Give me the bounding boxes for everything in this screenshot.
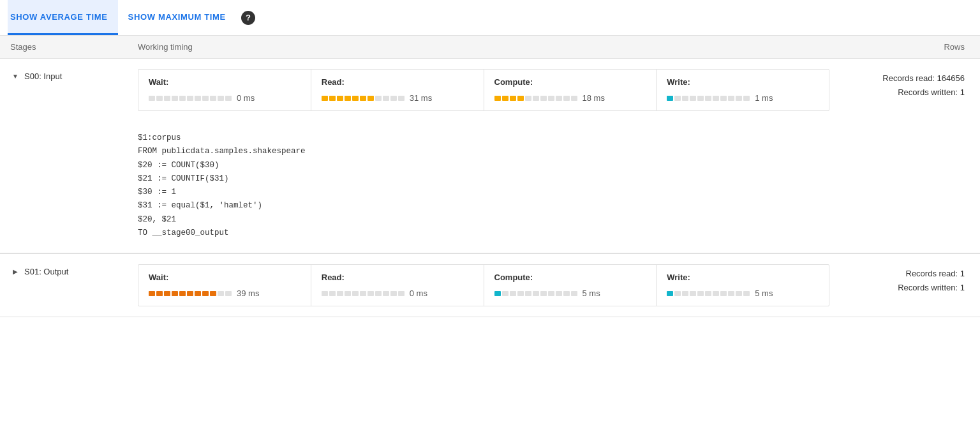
stage-s01-read-label: Read: xyxy=(322,273,473,282)
tab-avg-label: SHOW AVERAGE TIME xyxy=(10,12,108,22)
stage-s01-write-cell: Write: 5 ms xyxy=(657,265,829,306)
stage-s00-rows: Records read: 164656 Records written: 1 xyxy=(829,69,970,100)
stage-s00-code: $1:corpus FROM publicdata.samples.shakes… xyxy=(0,121,980,253)
code-line-2: FROM publicdata.samples.shakespeare xyxy=(138,145,970,158)
stage-s00-read-label: Read: xyxy=(322,77,473,87)
stage-s01-compute-value: 5 ms xyxy=(583,288,600,298)
stage-s00: ▼ S00: Input Wait: 0 ms Read: xyxy=(0,59,980,254)
stage-s01-records-read: Records read: 1 xyxy=(840,267,965,281)
stage-s00-name: S00: Input xyxy=(24,71,62,81)
stage-s00-write-value: 1 ms xyxy=(755,93,773,103)
stage-s00-read-track xyxy=(322,96,405,101)
stage-s01-compute-label: Compute: xyxy=(494,273,646,282)
stage-s01-compute-track xyxy=(494,291,577,296)
stage-s00-records-read: Records read: 164656 xyxy=(840,71,965,86)
tab-bar: SHOW AVERAGE TIME SHOW MAXIMUM TIME ? xyxy=(0,0,980,36)
stage-s01-wait-value: 39 ms xyxy=(237,288,259,298)
stage-s00-wait-value: 0 ms xyxy=(237,93,255,103)
stage-s01-compute-bar: 5 ms xyxy=(494,288,646,298)
stage-s00-compute-bar: 18 ms xyxy=(494,93,646,103)
stage-s01-rows: Records read: 1 Records written: 1 xyxy=(829,264,970,295)
code-line-7: $20, $21 xyxy=(138,213,970,227)
stage-s00-compute-cell: Compute: 18 ms xyxy=(484,70,657,110)
code-line-1: $1:corpus xyxy=(138,131,970,145)
stage-s00-wait-cell: Wait: 0 ms xyxy=(138,70,311,110)
stage-s00-read-cell: Read: 31 ms xyxy=(311,70,484,110)
stage-s01-write-bar: 5 ms xyxy=(667,288,819,298)
col-stages-header: Stages xyxy=(10,42,138,52)
stage-s00-records-written: Records written: 1 xyxy=(840,86,965,100)
stage-s01-read-track xyxy=(322,291,405,296)
stage-s01-header: ▶ S01: Output Wait: 39 ms Read: xyxy=(0,254,980,317)
stage-s01-wait-cell: Wait: 39 ms xyxy=(138,265,311,306)
code-line-8: TO __stage00_output xyxy=(138,227,970,240)
stage-s00-write-bar: 1 ms xyxy=(667,93,819,103)
stage-s00-label: ▼ S00: Input xyxy=(10,69,138,81)
stage-s00-chevron[interactable]: ▼ xyxy=(10,73,20,80)
stage-s01-write-label: Write: xyxy=(667,273,819,282)
stage-s01-timing-grid: Wait: 39 ms Read: xyxy=(138,264,829,306)
tab-show-maximum[interactable]: SHOW MAXIMUM TIME xyxy=(118,0,236,35)
tab-show-average[interactable]: SHOW AVERAGE TIME xyxy=(8,0,118,35)
code-line-4: $21 := COUNTIF($31) xyxy=(138,172,970,186)
stage-s01-label: ▶ S01: Output xyxy=(10,264,138,276)
code-line-5: $30 := 1 xyxy=(138,186,970,199)
stage-s00-header: ▼ S00: Input Wait: 0 ms Read: xyxy=(0,59,980,121)
code-line-3: $20 := COUNT($30) xyxy=(138,159,970,172)
code-line-6: $31 := equal($1, 'hamlet') xyxy=(138,199,970,213)
stage-s00-compute-value: 18 ms xyxy=(583,93,605,103)
stage-s01-read-cell: Read: 0 ms xyxy=(311,265,484,306)
stage-s00-timing-grid: Wait: 0 ms Read: xyxy=(138,69,829,111)
stage-s01-read-value: 0 ms xyxy=(410,288,427,298)
stage-s00-write-track xyxy=(667,96,750,101)
stage-s00-write-cell: Write: 1 ms xyxy=(657,70,829,110)
col-timing-header: Working timing xyxy=(138,42,829,52)
stage-s01-wait-bar: 39 ms xyxy=(149,288,301,298)
stage-s01-compute-cell: Compute: 5 ms xyxy=(484,265,657,306)
table-header: Stages Working timing Rows xyxy=(0,36,980,59)
stage-s01-write-track xyxy=(667,291,750,296)
stage-s01-records-written: Records written: 1 xyxy=(840,281,965,295)
stage-s01-write-value: 5 ms xyxy=(755,288,773,298)
stage-s00-wait-bar: 0 ms xyxy=(149,93,301,103)
help-icon[interactable]: ? xyxy=(241,11,255,25)
tab-max-label: SHOW MAXIMUM TIME xyxy=(128,12,226,22)
stage-s00-wait-label: Wait: xyxy=(149,77,301,87)
stage-s00-write-label: Write: xyxy=(667,77,819,87)
stage-s00-compute-track xyxy=(494,96,577,101)
stage-s00-read-bar: 31 ms xyxy=(322,93,473,103)
stage-s01-read-bar: 0 ms xyxy=(322,288,473,298)
stage-s01-wait-track xyxy=(149,291,232,296)
stage-s01-name: S01: Output xyxy=(24,267,68,276)
stage-s01: ▶ S01: Output Wait: 39 ms Read: xyxy=(0,254,980,317)
stage-s00-wait-track xyxy=(149,96,232,101)
stage-s01-chevron[interactable]: ▶ xyxy=(10,268,20,275)
stage-s00-compute-label: Compute: xyxy=(494,77,646,87)
stage-s01-wait-label: Wait: xyxy=(149,273,301,282)
col-rows-header: Rows xyxy=(829,42,970,52)
stage-s00-read-value: 31 ms xyxy=(410,93,432,103)
